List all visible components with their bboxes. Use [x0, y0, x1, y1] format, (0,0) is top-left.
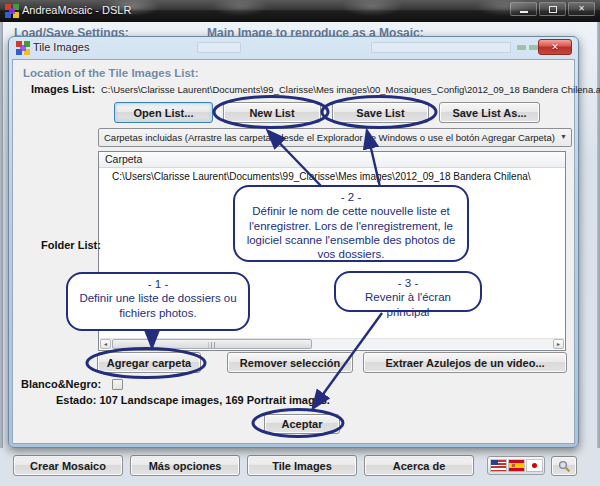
maximize-icon	[549, 6, 557, 13]
dialog-title: Tile Images	[33, 41, 89, 53]
images-list-path: C:\Users\Clarisse Laurent\Documents\99_C…	[101, 84, 571, 95]
spain-flag-icon[interactable]	[509, 460, 524, 471]
status-text: Estado: 107 Landscape images, 169 Portra…	[56, 394, 330, 406]
folder-mode-dropdown[interactable]: Carpetas incluidas (Arrastre las carpeta…	[98, 128, 572, 147]
language-selector[interactable]	[487, 456, 545, 475]
ghost-artifact	[517, 45, 526, 50]
scroll-right-icon: ►	[556, 341, 561, 347]
japan-flag-icon[interactable]	[527, 460, 542, 471]
window-frame-left	[0, 22, 3, 486]
close-icon: ✕	[578, 5, 585, 13]
andreamosaic-logo-icon	[5, 4, 19, 18]
tile-images-button[interactable]: Tile Images	[247, 455, 357, 476]
open-list-button[interactable]: Open List...	[114, 102, 213, 123]
blanco-negro-label: Blanco&Negro:	[21, 378, 101, 390]
callout-1-text: Definir une liste de dossiers ou fichier…	[79, 292, 236, 318]
mas-opciones-button[interactable]: Más opciones	[130, 455, 240, 476]
agregar-carpeta-button[interactable]: Agregar carpeta	[97, 352, 201, 373]
dialog-titlebar: Tile Images ✕	[9, 37, 578, 59]
callout-2: - 2 - Définir le nom de cette nouvelle l…	[233, 185, 469, 262]
window-controls: ✕	[510, 2, 595, 16]
extraer-azulejos-button[interactable]: Extraer Azulejos de un video...	[363, 352, 567, 373]
window-title: AndreaMosaic - DSLR	[22, 4, 131, 16]
aceptar-button[interactable]: Aceptar	[264, 414, 340, 434]
ghost-artifact	[197, 42, 241, 53]
callout-1-number: - 1 -	[76, 277, 240, 291]
minimize-button[interactable]	[510, 2, 537, 16]
help-search-button[interactable]	[551, 456, 577, 476]
blanco-negro-checkbox[interactable]	[112, 379, 123, 390]
window-titlebar: AndreaMosaic - DSLR ✕	[0, 0, 600, 22]
dialog-mosaic-icon	[16, 41, 30, 55]
callout-3-text: Revenir à l'écran principal	[365, 291, 451, 317]
save-list-button[interactable]: Save List	[332, 102, 429, 123]
scroll-left-button[interactable]: ◄	[100, 339, 111, 349]
callout-2-text: Définir le nom de cette nouvelle liste e…	[247, 205, 456, 260]
table-row[interactable]: C:\Users\Clarisse Laurent\Documents\99_C…	[99, 168, 565, 182]
ghost-artifact	[529, 45, 538, 50]
scroll-right-button[interactable]: ►	[553, 339, 564, 349]
save-list-as-button[interactable]: Save List As...	[439, 102, 540, 123]
chevron-down-icon: ▼	[560, 133, 567, 140]
acerca-de-button[interactable]: Acerca de	[364, 455, 474, 476]
callout-3-number: - 3 -	[344, 276, 472, 290]
magnifier-icon	[558, 460, 571, 473]
new-list-button[interactable]: New List	[223, 102, 321, 123]
images-list-label: Images List:	[31, 83, 95, 95]
remover-seleccion-button[interactable]: Remover selección	[227, 352, 353, 373]
callout-1: - 1 - Definir une liste de dossiers ou f…	[66, 272, 250, 331]
column-header-carpeta: Carpeta	[99, 152, 565, 168]
horizontal-scrollbar[interactable]: ◄ ►	[100, 338, 564, 349]
folder-list-label: Folder List:	[41, 239, 101, 251]
us-flag-icon[interactable]	[491, 460, 506, 471]
callout-3: - 3 - Revenir à l'écran principal	[334, 271, 482, 312]
ghost-artifact	[371, 42, 511, 53]
crear-mosaico-button[interactable]: Crear Mosaico	[13, 455, 123, 476]
section-title: Location of the Tile Images List:	[23, 67, 199, 79]
close-button[interactable]: ✕	[568, 2, 595, 16]
scrollbar-grip-icon	[209, 342, 216, 348]
screen: AndreaMosaic - DSLR ✕ Load/Save Settings…	[0, 0, 600, 486]
dialog-close-icon: ✕	[551, 42, 559, 52]
maximize-button[interactable]	[539, 2, 566, 16]
callout-2-number: - 2 -	[243, 190, 459, 204]
dialog-close-button[interactable]: ✕	[538, 39, 572, 55]
scrollbar-thumb[interactable]	[112, 339, 312, 349]
scroll-left-icon: ◄	[103, 341, 108, 347]
minimize-icon	[520, 11, 528, 13]
dropdown-selected-value: Carpetas incluidas (Arrastre las carpeta…	[104, 132, 555, 143]
